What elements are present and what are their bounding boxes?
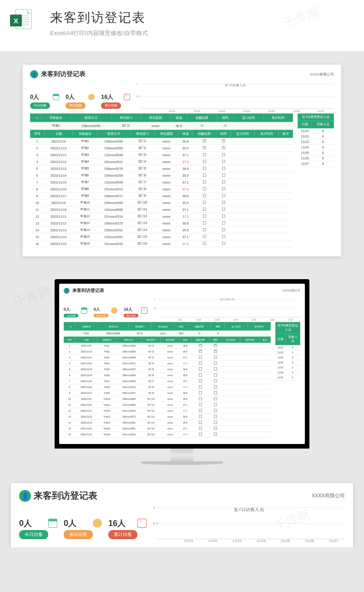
checkbox-icon[interactable] <box>222 221 225 225</box>
checkbox-icon[interactable] <box>214 391 217 394</box>
table-row[interactable]: 152022/11/14半海15132xxxx5551部门15xxxxx37.1 <box>64 426 271 432</box>
table-row[interactable]: 132022/11/12半海13158xxxx5272部门13xxxxx36.8 <box>30 220 293 227</box>
table-row[interactable]: 132022/11/12半海13158xxxx5272部门13xxxxx36.8 <box>64 414 271 420</box>
checkbox-icon[interactable] <box>199 379 202 383</box>
checkbox-icon[interactable] <box>222 174 225 177</box>
checkbox-icon[interactable] <box>214 367 217 371</box>
filter-value[interactable]: 半海1 <box>41 122 71 130</box>
checkbox-icon[interactable] <box>222 187 225 190</box>
checkbox-icon[interactable] <box>199 397 202 400</box>
filter-value[interactable]: 36.8 <box>170 122 187 130</box>
checkbox-icon[interactable] <box>222 146 225 149</box>
checkbox-icon[interactable] <box>203 160 206 163</box>
table-row[interactable]: 82022/11/16半海8151xxxx2513部门8xxxxx37.3 <box>30 186 293 193</box>
table-row[interactable]: 112022/11/10半海11132xxxx5550部门11xxxxx37.1 <box>30 206 293 213</box>
filter-value[interactable] <box>225 331 248 337</box>
checkbox-icon[interactable] <box>199 356 202 359</box>
checkbox-icon[interactable] <box>214 421 217 424</box>
checkbox-icon[interactable] <box>214 433 217 436</box>
filter-value[interactable] <box>234 122 263 130</box>
checkbox-icon[interactable] <box>222 160 225 163</box>
checkbox-icon[interactable] <box>203 242 206 245</box>
filter-value[interactable]: 部门1 <box>128 331 151 337</box>
checkbox-icon[interactable] <box>199 421 202 424</box>
checkbox-icon[interactable] <box>199 391 202 394</box>
checkbox-icon[interactable] <box>222 242 225 245</box>
checkbox-icon[interactable] <box>199 409 202 412</box>
checkbox-icon[interactable] <box>203 174 206 177</box>
filter-value[interactable]: xxxxx <box>152 331 174 337</box>
checkbox-icon[interactable] <box>222 180 225 184</box>
checkbox-icon[interactable] <box>214 356 217 359</box>
checkbox-icon[interactable] <box>203 146 206 149</box>
checkbox-icon[interactable] <box>199 403 202 406</box>
filter-value[interactable] <box>263 122 293 130</box>
checkbox-icon[interactable] <box>222 214 225 218</box>
table-row[interactable]: 42022/11/12半海4151xxxx2512部门4xxxxx37.3 <box>64 361 271 367</box>
checkbox-icon[interactable] <box>214 379 217 383</box>
checkbox-icon[interactable] <box>203 214 206 218</box>
table-row[interactable]: 62022/11/14半海6159xxxx5269部门6xxxxx35.9 <box>30 172 293 179</box>
checkbox-icon[interactable] <box>203 208 206 211</box>
checkbox-icon[interactable] <box>199 362 202 365</box>
table-row[interactable]: 122022/11/11半海12151xxxx2514部门12xxxxx37.3 <box>30 213 293 220</box>
checkbox-icon[interactable] <box>214 350 217 353</box>
filter-value[interactable]: 半海1 <box>75 331 98 337</box>
checkbox-icon[interactable] <box>203 153 206 156</box>
filter-value[interactable]: 部门1 <box>111 122 141 130</box>
checkbox-icon[interactable] <box>203 167 206 170</box>
checkbox-icon[interactable] <box>222 167 225 170</box>
checkbox-icon[interactable] <box>203 180 206 184</box>
table-row[interactable]: 102022/11/9半海10159xxxx5260部门10xxxxx35.9 <box>64 396 271 402</box>
checkbox-icon[interactable] <box>222 208 225 211</box>
filter-value[interactable]: ☑ <box>187 122 217 130</box>
checkbox-icon[interactable] <box>214 385 217 388</box>
table-row[interactable]: 122022/11/11半海12151xxxx2514部门12xxxxx37.3 <box>64 408 271 414</box>
checkbox-icon[interactable] <box>214 397 217 400</box>
filter-value[interactable]: ☑ <box>188 331 211 337</box>
filter-value[interactable]: 36.8 <box>174 331 188 337</box>
filter-value[interactable]: 158xxxx5269 <box>71 122 111 130</box>
table-row[interactable]: 112022/11/10半海11132xxxx5550部门11xxxxx37.1 <box>64 402 271 408</box>
checkbox-icon[interactable] <box>199 433 202 436</box>
search-icon[interactable] <box>34 115 38 120</box>
search-icon[interactable] <box>67 324 72 328</box>
checkbox-icon[interactable] <box>203 194 206 197</box>
table-row[interactable]: 52022/11/13半海5158xxxx5270部门5xxxxx36.8 <box>64 367 271 373</box>
table-row[interactable]: 52022/11/13半海5158xxxx5270部门5xxxxx36.8 <box>30 165 293 172</box>
table-row[interactable]: 162022/11/15半海16151xxxx2515部门16xxxxx37.3 <box>30 240 293 247</box>
filter-value[interactable] <box>248 331 270 337</box>
checkbox-icon[interactable] <box>214 409 217 412</box>
checkbox-icon[interactable] <box>222 194 225 197</box>
checkbox-icon[interactable] <box>222 228 225 231</box>
table-row[interactable]: 142022/11/13半海14159xxxx5261部门14xxxxx35.9 <box>30 227 293 234</box>
table-row[interactable]: 32022/11/11半海3132xxxx5548部门3xxxxx37.1 <box>30 152 293 158</box>
checkbox-icon[interactable] <box>199 415 202 418</box>
table-row[interactable]: 12022/11/9半海1158xxxx5269部门1xxxxx36.8 <box>64 343 271 349</box>
checkbox-icon[interactable] <box>203 228 206 231</box>
checkbox-icon[interactable] <box>199 350 202 353</box>
table-row[interactable]: 22022/11/13半海2159xxxx5269部门2xxxxx35.9 <box>30 145 293 152</box>
checkbox-icon[interactable] <box>222 201 225 204</box>
table-row[interactable]: 72022/11/15半海7132xxxx5549部门7xxxxx37.1 <box>30 179 293 186</box>
checkbox-icon[interactable] <box>203 235 206 238</box>
table-row[interactable]: 72022/11/15半海7132xxxx5549部门7xxxxx37.1 <box>64 378 271 384</box>
checkbox-icon[interactable] <box>222 153 225 156</box>
table-row[interactable]: 62022/11/14半海6159xxxx5269部门6xxxxx35.9 <box>64 373 271 378</box>
filter-value[interactable]: ☑ <box>211 331 224 337</box>
table-row[interactable]: 102022/11/9半海10159xxxx5260部门10xxxxx35.9 <box>30 199 293 206</box>
checkbox-icon[interactable] <box>214 373 217 377</box>
table-row[interactable]: 162022/11/15半海16151xxxx2515部门16xxxxx37.3 <box>64 432 271 438</box>
filter-value[interactable]: ☑ <box>217 122 233 130</box>
checkbox-icon[interactable] <box>203 201 206 204</box>
checkbox-icon[interactable] <box>214 403 217 406</box>
checkbox-icon[interactable] <box>222 235 225 238</box>
table-row[interactable]: 42022/11/12半海4151xxxx2512部门4xxxxx37.3 <box>30 158 293 165</box>
checkbox-icon[interactable] <box>199 385 202 388</box>
table-row[interactable]: 142022/11/13半海14159xxxx5261部门14xxxxx35.9 <box>64 420 271 426</box>
table-row[interactable]: 152022/11/14半海15132xxxx5551部门15xxxxx37.1 <box>30 234 293 240</box>
checkbox-icon[interactable] <box>199 373 202 377</box>
table-row[interactable]: 92022/11/17半海9158xxxx5271部门9xxxxx36.8 <box>64 390 271 396</box>
checkbox-icon[interactable] <box>214 344 217 347</box>
checkbox-icon[interactable] <box>199 367 202 371</box>
